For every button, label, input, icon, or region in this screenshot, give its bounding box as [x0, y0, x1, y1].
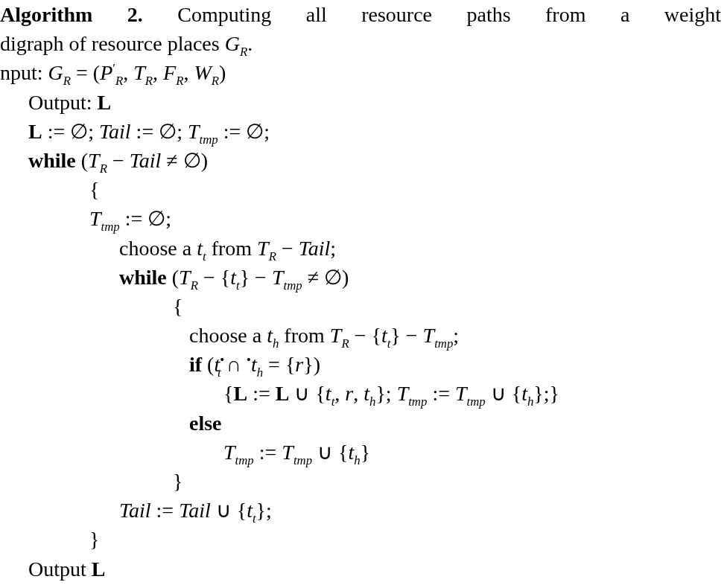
- algo-if-body: {L := L ∪ {tt, r, th}; Ttmp := Ttmp ∪ {t…: [0, 379, 721, 408]
- algo-else: else: [0, 409, 721, 438]
- algo-desc-line2: digraph of resource places GR.: [0, 29, 721, 58]
- algo-if: if (t•t ∩ •th = {r}): [0, 350, 721, 379]
- algo-init: L := ∅; Tail := ∅; Ttmp := ∅;: [0, 117, 721, 146]
- algo-output: Output: L: [0, 88, 721, 117]
- algo-while-outer: while (TR − Tail ≠ ∅): [0, 146, 721, 175]
- ttmp-reset: Ttmp := ∅;: [0, 204, 721, 233]
- choose-tt: choose a tt from TR − Tail;: [0, 234, 721, 263]
- choose-th: choose a th from TR − {tt} − Ttmp;: [0, 321, 721, 350]
- brace-open: {: [0, 175, 721, 204]
- algo-else-body: Ttmp := Ttmp ∪ {th}: [0, 438, 721, 467]
- algo-title: Algorithm 2. Computing all resource path…: [0, 0, 721, 29]
- brace-open: {: [0, 292, 721, 321]
- algo-title-rest: Computing all resource paths from a weig…: [143, 3, 721, 26]
- algo-final-output: Output L: [0, 555, 721, 584]
- brace-close: }: [0, 467, 721, 496]
- algo-while-inner: while (TR − {tt} − Ttmp ≠ ∅): [0, 263, 721, 292]
- tail-update: Tail := Tail ∪ {tt};: [0, 496, 721, 525]
- algo-title-prefix: Algorithm 2.: [0, 3, 143, 26]
- brace-close: }: [0, 525, 721, 554]
- algo-input: nput: GR = (P′R, TR, FR, WR): [0, 58, 721, 87]
